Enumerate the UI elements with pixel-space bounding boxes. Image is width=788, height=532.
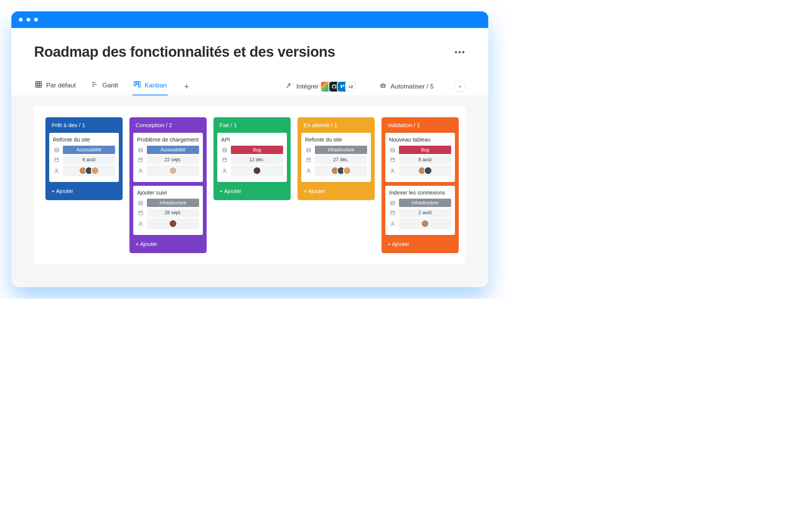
integration-more-badge[interactable]: +2 <box>346 82 356 92</box>
grid-icon <box>35 81 42 90</box>
chevron-up-icon <box>457 84 463 89</box>
kanban-card[interactable]: Ajouter suiviInfrastructure28 sept. <box>133 186 203 235</box>
calendar-icon <box>221 156 228 163</box>
kanban-column: En attente / 1Refonte du siteInfrastruct… <box>297 117 375 200</box>
kanban-card[interactable]: Refonte du siteAccessibilité8 août <box>49 133 119 182</box>
add-card-button[interactable]: + Ajouter <box>382 239 459 248</box>
svg-rect-57 <box>391 148 394 152</box>
add-view-button[interactable]: + <box>181 80 192 93</box>
user-icon <box>53 167 60 174</box>
card-date: 28 sept. <box>147 208 199 217</box>
calendar-icon <box>53 156 60 163</box>
more-menu-button[interactable]: ••• <box>455 47 466 57</box>
user-icon <box>221 167 228 174</box>
column-title: Fait / 1 <box>213 117 291 133</box>
svg-rect-65 <box>391 201 394 205</box>
list-icon <box>221 146 228 153</box>
svg-rect-52 <box>307 158 310 162</box>
list-icon <box>137 146 144 153</box>
card-assignees <box>63 165 115 176</box>
add-card-button[interactable]: + Ajouter <box>45 186 123 195</box>
plug-icon <box>285 82 293 91</box>
window-dot <box>26 18 30 22</box>
card-assignees <box>147 165 199 176</box>
view-tab-kanban[interactable]: Kanban <box>132 78 168 95</box>
view-tab-gantt[interactable]: Gantt <box>90 78 119 95</box>
kanban-card[interactable]: APIBug12 déc. <box>217 133 287 182</box>
card-assignees <box>147 218 199 229</box>
kanban-card[interactable]: Problème de chargementAccessibilité22 se… <box>133 133 203 182</box>
list-icon <box>389 146 396 153</box>
collapse-button[interactable] <box>454 81 466 92</box>
card-title: Nouveau tableau <box>389 137 451 143</box>
column-title: Validation / 1 <box>382 117 459 133</box>
kanban-card[interactable]: Nouveau tableauBug8 août <box>385 133 455 182</box>
svg-rect-44 <box>223 158 226 162</box>
svg-point-56 <box>308 169 310 171</box>
add-card-button[interactable]: + Ajouter <box>297 186 375 195</box>
integrate-label: Intégrer <box>296 83 319 90</box>
window-dot <box>19 18 23 22</box>
svg-rect-20 <box>55 158 58 162</box>
calendar-icon <box>137 209 144 216</box>
user-icon <box>137 167 144 174</box>
card-title: Refonte du site <box>305 137 367 143</box>
kanban-column: Fait / 1APIBug12 déc.+ Ajouter <box>213 117 291 200</box>
card-tag: Infrastructure <box>147 199 199 207</box>
integrate-button[interactable]: Intégrer +2 <box>285 82 356 92</box>
svg-point-64 <box>392 169 394 171</box>
svg-point-32 <box>140 169 142 171</box>
column-title: Prêt à dev / 1 <box>45 117 123 133</box>
svg-point-40 <box>140 222 142 224</box>
robot-icon <box>379 82 387 91</box>
automate-label: Automatiser / 5 <box>391 83 434 90</box>
svg-point-14 <box>382 86 382 86</box>
avatar <box>169 219 177 228</box>
page-title: Roadmap des fonctionnalités et des versi… <box>34 44 335 60</box>
card-tag: Infrastructure <box>315 146 367 154</box>
svg-rect-8 <box>134 82 136 86</box>
add-card-button[interactable]: + Ajouter <box>213 186 291 195</box>
window-titlebar <box>11 11 488 28</box>
card-date: 2 août <box>399 208 451 217</box>
card-tag: Bug <box>231 146 283 154</box>
svg-rect-49 <box>307 148 310 152</box>
add-card-button[interactable]: + Ajouter <box>129 239 207 248</box>
svg-point-15 <box>383 86 384 86</box>
card-date: 22 sept. <box>147 156 199 164</box>
avatar <box>91 166 99 175</box>
card-title: API <box>221 137 283 143</box>
svg-rect-60 <box>391 158 394 162</box>
card-date: 12 déc. <box>231 156 283 164</box>
column-title: En attente / 1 <box>297 117 375 133</box>
svg-rect-9 <box>136 82 138 85</box>
svg-point-48 <box>224 169 226 171</box>
kanban-board: Prêt à dev / 1Refonte du siteAccessibili… <box>34 106 466 264</box>
svg-rect-10 <box>139 82 140 87</box>
kanban-card[interactable]: Indexer les connexionsInfrastructure2 ao… <box>385 186 455 235</box>
automate-button[interactable]: Automatiser / 5 <box>379 82 434 91</box>
avatar <box>421 219 429 228</box>
calendar-icon <box>389 156 396 163</box>
app-window: Roadmap des fonctionnalités et des versi… <box>11 11 488 287</box>
card-title: Indexer les connexions <box>389 190 451 196</box>
card-title: Refonte du site <box>53 137 115 143</box>
user-icon <box>305 167 312 174</box>
card-date: 8 août <box>63 156 115 164</box>
kanban-card[interactable]: Refonte du siteInfrastructure27 déc. <box>301 133 371 182</box>
svg-rect-41 <box>223 148 226 152</box>
svg-point-72 <box>392 222 394 224</box>
avatar <box>169 166 177 175</box>
list-icon <box>53 146 60 153</box>
user-icon <box>389 220 396 227</box>
view-tab-default[interactable]: Par défaut <box>34 78 76 95</box>
list-icon <box>137 199 144 206</box>
view-tab-label: Kanban <box>145 82 167 89</box>
card-date: 8 août <box>399 156 451 164</box>
card-assignees <box>399 218 451 229</box>
window-dot <box>34 18 38 22</box>
card-tag: Infrastructure <box>399 199 451 207</box>
svg-rect-68 <box>391 211 394 215</box>
avatar <box>424 166 432 175</box>
svg-rect-33 <box>139 201 142 205</box>
